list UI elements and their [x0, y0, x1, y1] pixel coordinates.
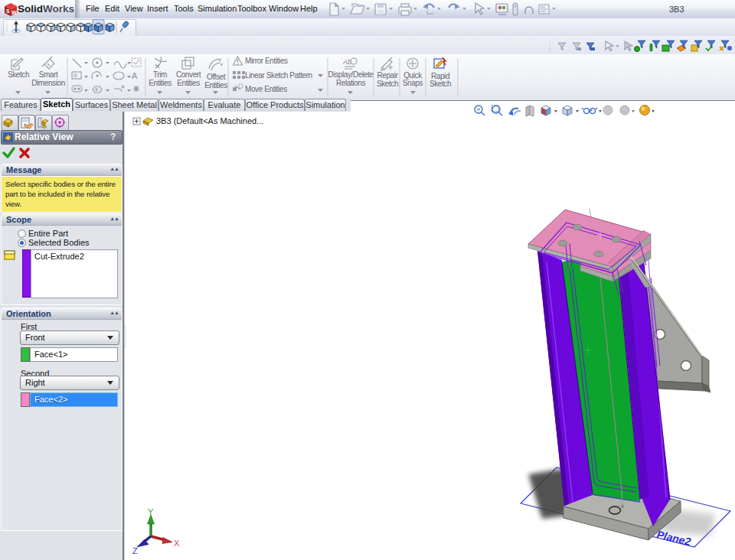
svg-text:Relations: Relations	[336, 79, 365, 87]
svg-text:Sketch: Sketch	[377, 80, 398, 88]
svg-text:W: W	[11, 10, 17, 15]
svg-text:Linear Sketch Pattern: Linear Sketch Pattern	[245, 71, 312, 80]
svg-text:Entities: Entities	[177, 79, 200, 87]
svg-text:Sketch: Sketch	[8, 70, 29, 79]
svg-text:Sketch: Sketch	[430, 80, 451, 88]
svg-text:A: A	[132, 71, 138, 80]
svg-text:Ab: Ab	[342, 58, 351, 66]
svg-text:X: X	[174, 539, 180, 548]
svg-text:Entities: Entities	[149, 79, 172, 87]
svg-text:Entities: Entities	[204, 81, 227, 90]
svg-text:Z: Z	[132, 546, 138, 555]
svg-text:S: S	[6, 8, 10, 14]
svg-text:Display/Delete: Display/Delete	[328, 70, 374, 79]
svg-text:Snaps: Snaps	[403, 79, 423, 87]
svg-text:Convert: Convert	[176, 70, 201, 79]
svg-text:Smart: Smart	[39, 70, 58, 79]
svg-text:Offset: Offset	[207, 73, 226, 81]
svg-text:Move Entities: Move Entities	[245, 85, 287, 93]
svg-text:Dimension: Dimension	[31, 79, 65, 87]
svg-text:Repair: Repair	[377, 71, 398, 80]
svg-text:Trim: Trim	[153, 70, 167, 79]
svg-text:Mirror Entities: Mirror Entities	[245, 57, 288, 65]
